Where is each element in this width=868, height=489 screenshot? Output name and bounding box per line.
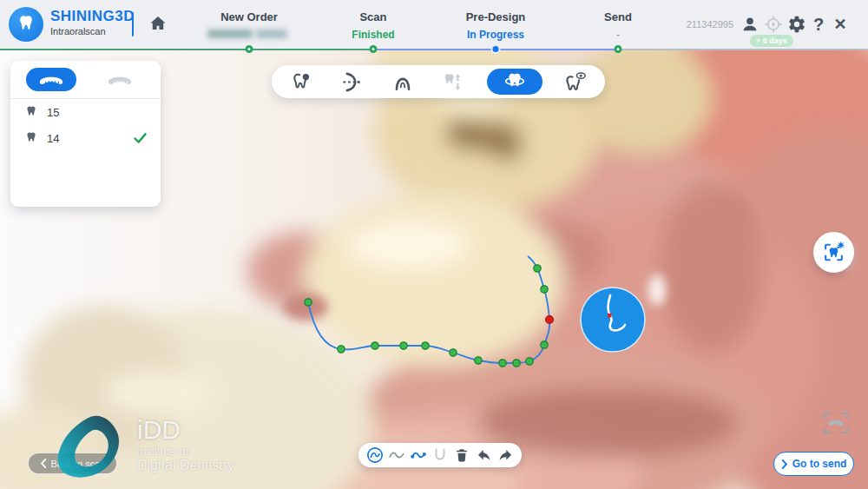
- free-curve-icon: [388, 446, 405, 464]
- calibration-button[interactable]: [762, 13, 785, 36]
- tooth-movement-tool-button[interactable]: [436, 68, 470, 96]
- teeth-list-panel: 15 14: [10, 61, 161, 207]
- calibration-target-icon: [763, 14, 784, 35]
- progress-segment-done: [0, 49, 373, 50]
- brand-logo: [9, 7, 43, 42]
- free-curve-tool-button[interactable]: [387, 445, 406, 466]
- help-button[interactable]: ?: [810, 13, 827, 36]
- progress-segment-pending: [618, 49, 868, 50]
- arch-tabs: [10, 61, 161, 99]
- step-send[interactable]: Send -: [557, 10, 679, 41]
- step-scan[interactable]: Scan Finished: [312, 10, 434, 41]
- margin-visibility-tool-button[interactable]: [558, 68, 593, 96]
- delete-curve-button[interactable]: [452, 445, 471, 466]
- back-to-scan-label: Back to scan: [51, 459, 106, 469]
- chevron-left-icon: [40, 459, 47, 468]
- tooth-movement-icon: [442, 70, 464, 93]
- step-label: New Order: [188, 10, 310, 23]
- occlusion-clearance-tool-button[interactable]: [334, 68, 369, 96]
- trash-icon: [454, 447, 470, 463]
- tooth-analysis-icon: [290, 70, 312, 93]
- tooth-number: 14: [47, 132, 134, 145]
- patient-name-redacted: [188, 29, 310, 41]
- check-icon: [134, 133, 147, 143]
- redo-button[interactable]: [496, 445, 515, 466]
- intraoralscan-window: SHINING3D Intraoralscan New Order Scan F…: [0, 0, 868, 489]
- fit-arch-view-icon: [822, 409, 850, 437]
- calibration-days-badge: + 0 days: [750, 35, 793, 47]
- undo-icon: [476, 447, 492, 464]
- tooth-analysis-tool-button[interactable]: [284, 68, 319, 96]
- step-label: Scan: [312, 10, 434, 23]
- progress-node-new-order: [246, 45, 253, 53]
- draw-curve-circle-tool-button[interactable]: [365, 445, 385, 466]
- margin-magnifier: [581, 287, 645, 352]
- margin-line-tool-button[interactable]: [487, 69, 542, 95]
- go-to-send-label: Go to send: [792, 458, 847, 470]
- undo-button[interactable]: [474, 445, 493, 466]
- step-label: Send: [557, 10, 679, 23]
- ai-tooth-focus-icon: [822, 241, 845, 264]
- edit-curve-icon: [410, 446, 427, 464]
- help-icon: ?: [813, 15, 824, 35]
- step-status: -: [557, 29, 679, 41]
- upper-arch-icon: [36, 72, 66, 87]
- chevron-right-icon: [781, 459, 788, 469]
- selected-control-point[interactable]: [546, 316, 554, 324]
- step-new-order[interactable]: New Order: [188, 10, 310, 41]
- occlusion-clearance-icon: [340, 70, 364, 94]
- product-name: Intraoralscan: [50, 26, 106, 36]
- close-button[interactable]: ✕: [831, 13, 850, 36]
- home-button[interactable]: [146, 12, 170, 36]
- tab-upper-arch[interactable]: [26, 68, 76, 91]
- edit-curve-tool-button[interactable]: [409, 445, 428, 466]
- header-divider: [132, 12, 134, 36]
- progress-node-send: [615, 45, 622, 53]
- tooth-number: 15: [47, 106, 147, 119]
- insertion-direction-tool-button[interactable]: [385, 68, 420, 96]
- tooth-icon: [24, 131, 38, 145]
- step-status: In Progress: [435, 29, 556, 41]
- margin-visibility-eye-icon: [563, 70, 587, 94]
- design-toolbar: [272, 65, 605, 98]
- ai-tooth-focus-button[interactable]: [813, 232, 854, 273]
- fit-arch-view-button[interactable]: [817, 405, 855, 441]
- settings-gear-icon: [787, 15, 806, 34]
- tooth-logo-icon: [16, 14, 36, 35]
- progress-node-scan: [370, 45, 378, 53]
- back-to-scan-button[interactable]: Back to scan: [28, 453, 117, 474]
- draw-curve-circle-icon: [366, 446, 384, 464]
- insertion-direction-icon: [391, 70, 414, 93]
- u-shape-curve-tool-button[interactable]: [431, 445, 450, 466]
- tab-lower-arch[interactable]: [95, 68, 145, 91]
- tooth-row-15[interactable]: 15: [10, 99, 161, 125]
- margin-line-icon: [503, 70, 526, 93]
- lower-arch-icon: [105, 72, 135, 87]
- header-bar: SHINING3D Intraoralscan New Order Scan F…: [0, 0, 868, 50]
- u-shape-icon: [432, 447, 448, 463]
- progress-node-pre-design: [491, 44, 501, 54]
- tooth-row-14[interactable]: 14: [10, 125, 161, 151]
- curve-edit-toolbar: [358, 443, 522, 467]
- redo-icon: [497, 447, 514, 464]
- order-id: 211342995: [664, 19, 733, 30]
- magnified-selected-point: [608, 314, 612, 318]
- home-icon: [148, 13, 168, 34]
- step-pre-design[interactable]: Pre-Design In Progress: [435, 10, 556, 41]
- step-status: Finished: [312, 29, 434, 41]
- user-icon: [740, 15, 760, 34]
- go-to-send-button[interactable]: Go to send: [773, 452, 854, 476]
- close-icon: ✕: [833, 15, 846, 34]
- user-button[interactable]: [739, 13, 761, 36]
- step-label: Pre-Design: [435, 10, 556, 23]
- settings-button[interactable]: [786, 13, 808, 36]
- brand-name: SHINING3D: [50, 8, 135, 25]
- tooth-icon: [24, 105, 38, 119]
